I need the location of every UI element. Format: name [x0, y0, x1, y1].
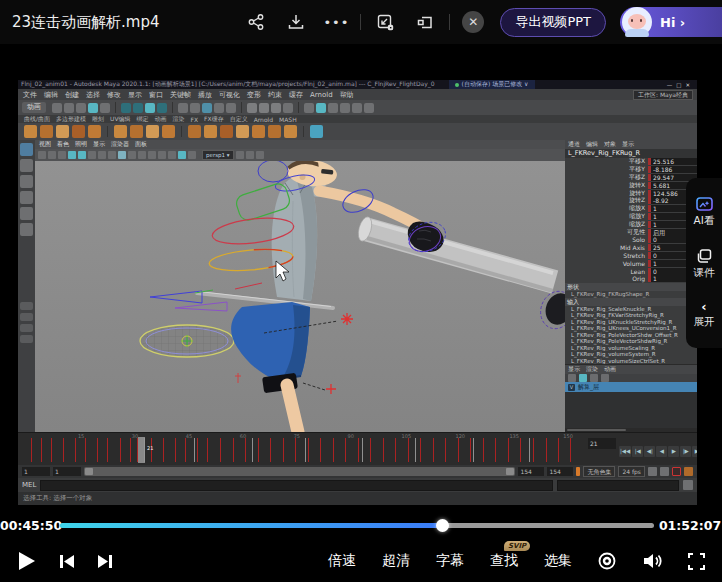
layer-editor-tab: 动画	[604, 365, 616, 374]
icon-placeholder	[328, 103, 338, 113]
tool-icon	[20, 191, 33, 204]
playback-button: ▶	[668, 446, 679, 457]
total-time: 01:52:07	[658, 518, 722, 533]
sidebar-courseware[interactable]: 课件	[694, 249, 715, 280]
input-nodes-list: L_FKRev_Rig_ScaleKnuckle_RL_FKRev_Rig_FK…	[565, 306, 697, 365]
frame-number-label: 90	[348, 433, 354, 439]
icon-placeholder	[252, 125, 265, 138]
icon-placeholder	[284, 125, 297, 138]
playback-button: ▶|	[692, 446, 697, 457]
panel-menu-item: 着色	[57, 140, 69, 149]
mel-result	[557, 480, 679, 491]
divider	[360, 14, 361, 30]
command-line: MEL	[18, 478, 697, 492]
panel-menu-item: 渲染器	[111, 140, 129, 149]
icon-placeholder	[220, 125, 233, 138]
display-layer-row: V 解算_层	[565, 382, 697, 392]
icon-placeholder	[24, 125, 37, 138]
frame-number-label: 75	[294, 433, 300, 439]
workspace-selector: 工作区: Maya经典	[633, 90, 693, 100]
icon-placeholder	[246, 151, 254, 159]
download-icon[interactable]	[286, 12, 306, 32]
icon-placeholder	[72, 125, 85, 138]
range-slider-bar	[84, 467, 515, 476]
maya-menu-bar: 文件编辑创建选择修改显示窗口关键帧播放可视化变形约束缓存Arnold帮助	[18, 89, 697, 100]
icon-placeholder	[52, 103, 62, 113]
playback-start-field: 1	[53, 467, 81, 476]
shelf-tab: 自定义	[230, 115, 248, 123]
assistant-entry[interactable]: Hi ›	[620, 7, 722, 37]
icon-placeholder	[148, 151, 156, 159]
icon-placeholder	[78, 151, 86, 159]
tool-icon	[20, 159, 33, 172]
maya-window-title: Flnj_02_anim01 - Autodesk Maya 2020.1.1:…	[21, 80, 435, 89]
more-icon[interactable]: •••	[326, 12, 346, 32]
maya-status-line: 动画	[18, 100, 697, 115]
seek-bar-thumb[interactable]	[436, 519, 449, 532]
shelf-tab: 渲染	[173, 115, 185, 123]
search-button[interactable]: SVIP 查找	[490, 552, 518, 570]
icon-placeholder	[364, 103, 374, 113]
icon-placeholder	[188, 125, 201, 138]
camera-selector: persp1 ▾	[202, 150, 234, 160]
icon-placeholder	[157, 103, 167, 113]
tool-icon	[20, 207, 33, 220]
record-circle-icon[interactable]	[597, 551, 617, 571]
maya-menu-item: 播放	[198, 90, 212, 100]
channel-box-menu-item: 编辑	[586, 140, 598, 149]
icon-placeholder	[271, 103, 281, 113]
sidebar-expand[interactable]: ‹ 展开	[694, 302, 715, 329]
close-button[interactable]: ✕	[462, 11, 484, 33]
fullscreen-icon[interactable]	[687, 552, 706, 571]
maya-title-overlay: (自动保存) 场景已修改 ∨	[449, 80, 535, 89]
channel-attribute-row: Solo 0	[565, 236, 697, 244]
character-set-dropdown: 无角色集	[583, 466, 615, 477]
speed-button[interactable]: 倍速	[328, 552, 356, 570]
export-ppt-button[interactable]: 导出视频PPT	[500, 8, 606, 37]
tool-icon	[20, 143, 33, 156]
next-episode-button[interactable]	[97, 553, 114, 570]
volume-icon[interactable]	[641, 551, 663, 571]
current-frame-field: 21	[588, 438, 616, 449]
frame-number-label: 45	[186, 433, 192, 439]
icon-placeholder	[304, 103, 314, 113]
channel-box: 通道编辑对象显示 L_FKRev_Rig_FKRug_R 平移X 25.516 …	[565, 140, 697, 432]
maya-menu-item: 修改	[107, 90, 121, 100]
layer-editor-toolbar	[565, 374, 697, 382]
maya-title-bar: Flnj_02_anim01 - Autodesk Maya 2020.1.1:…	[18, 80, 697, 89]
fps-dropdown: 24 fps	[618, 466, 645, 477]
sidebar-tabs: AI看 课件 ‹ 展开	[686, 178, 722, 348]
maya-menu-item: 可视化	[219, 90, 240, 100]
maya-menu-item: 窗口	[149, 90, 163, 100]
control-bar: 倍速 超清 字幕 SVIP 查找 选集	[0, 540, 722, 582]
mini-window-icon[interactable]	[415, 12, 435, 32]
icon-placeholder	[214, 103, 224, 113]
panel-menu-item: 视图	[39, 140, 51, 149]
icon-placeholder	[340, 103, 350, 113]
episodes-button[interactable]: 选集	[544, 552, 572, 570]
maya-menu-item: Arnold	[310, 91, 333, 99]
channel-attributes: 平移X 25.516 平移Y -8.186 平移Z	[565, 158, 697, 283]
icon-placeholder	[283, 103, 293, 113]
panel-menu-item: 面板	[135, 140, 147, 149]
panel-toolbar: persp1 ▾	[35, 149, 565, 161]
seek-bar[interactable]	[60, 523, 654, 528]
shelf-tab: 动画	[155, 115, 167, 123]
icon-placeholder	[188, 151, 196, 159]
icon-placeholder	[114, 125, 127, 138]
play-button[interactable]	[16, 550, 36, 572]
icon-placeholder	[100, 103, 110, 113]
maya-menu-item: 编辑	[44, 90, 58, 100]
subtitle-button[interactable]: 字幕	[436, 552, 464, 570]
share-icon[interactable]	[246, 12, 266, 32]
sidebar-ai-watch[interactable]: AI看	[694, 197, 715, 228]
shelf-tab: 雕刻	[92, 115, 104, 123]
maya-toolbox	[18, 140, 35, 432]
video-frame-maya[interactable]: Flnj_02_anim01 - Autodesk Maya 2020.1.1:…	[18, 80, 697, 505]
playback-button: ◀	[656, 446, 667, 457]
keyframe-ticks: 15304560759010512013515021	[24, 433, 580, 465]
playback-button: ◀|	[644, 446, 655, 457]
prev-episode-button[interactable]	[58, 553, 75, 570]
quality-button[interactable]: 超清	[382, 552, 410, 570]
screenshot-icon[interactable]	[375, 12, 395, 32]
